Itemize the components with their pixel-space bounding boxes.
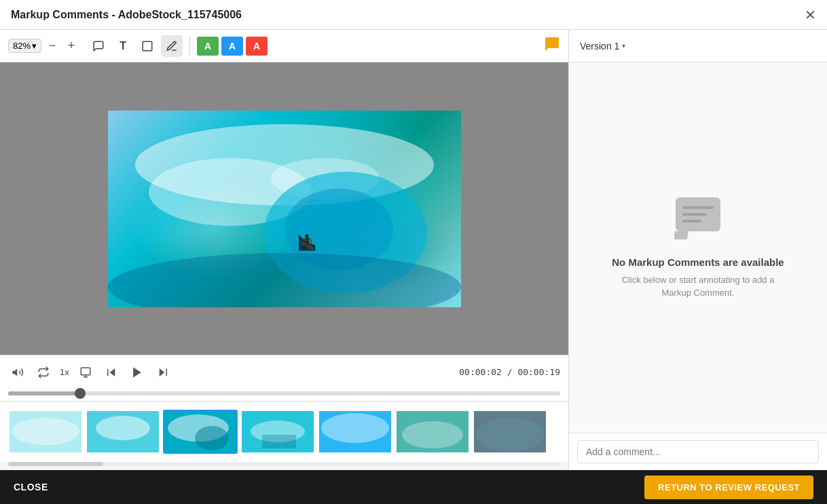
toolbar-divider — [189, 37, 190, 56]
frame-thumb-svg-2 — [87, 411, 159, 452]
comment-input[interactable] — [577, 440, 819, 463]
frame-thumb-svg-3 — [164, 411, 236, 452]
annotation-red-button[interactable]: A — [246, 37, 268, 56]
text-tool-button[interactable]: T — [112, 35, 134, 57]
time-display: 00:00:02 / 00:00:19 — [459, 367, 560, 377]
frame-thumbnail-2 — [87, 411, 159, 452]
zoom-dropdown-icon: ▾ — [32, 41, 37, 51]
right-panel: Version 1 ▾ No Markup Comments — [569, 30, 827, 470]
annotation-green-button[interactable]: A — [197, 37, 219, 56]
svg-rect-23 — [262, 435, 296, 448]
current-time: 00:00:02 — [459, 367, 502, 377]
scrubber-container — [0, 389, 568, 401]
filmstrip-scrollbar-thumb[interactable] — [8, 462, 103, 466]
no-comments-title: No Markup Comments are available — [612, 256, 784, 268]
frame-thumb-svg-4 — [242, 411, 314, 452]
frame-thumb-svg-6 — [397, 411, 468, 452]
scrubber-track[interactable] — [8, 391, 560, 395]
filmstrip-frame-3[interactable] — [163, 410, 238, 454]
svg-rect-31 — [674, 231, 688, 239]
loop-button[interactable] — [34, 363, 53, 382]
svg-rect-33 — [682, 213, 707, 216]
total-time: 00:00:19 — [517, 367, 560, 377]
zoom-in-button[interactable]: + — [63, 38, 79, 54]
main-content: 82% ▾ − + T — [0, 30, 827, 470]
volume-button[interactable] — [8, 363, 27, 382]
filmstrip-scrollbar[interactable] — [8, 462, 560, 466]
version-selector[interactable]: Version 1 ▾ — [580, 41, 625, 52]
annotation-blue-button[interactable]: A — [221, 37, 243, 56]
fullscreen-button[interactable] — [76, 363, 95, 382]
svg-point-29 — [476, 418, 544, 452]
zoom-level: 82% — [13, 41, 31, 51]
svg-point-20 — [195, 426, 229, 450]
close-x-button[interactable]: ✕ — [805, 8, 816, 22]
return-button[interactable]: RETURN TO REVIEW REQUEST — [644, 476, 813, 499]
draw-tool-button[interactable] — [161, 35, 183, 57]
surfer-silhouette: 🏄 — [298, 234, 316, 252]
filmstrip-frame-1[interactable] — [8, 410, 83, 454]
modal-container: Markup Comments - AdobeStock_115745006 ✕… — [0, 0, 827, 504]
play-button[interactable] — [128, 363, 147, 382]
playback-speed: 1x — [60, 367, 69, 377]
scrubber-fill — [8, 391, 80, 395]
filmstrip — [0, 401, 568, 462]
rect-tool-button[interactable] — [136, 35, 158, 57]
version-caret-icon: ▾ — [622, 42, 625, 50]
svg-rect-34 — [682, 220, 701, 222]
filmstrip-frame-7[interactable] — [473, 410, 547, 454]
frame-thumbnail-7 — [474, 411, 546, 452]
bottom-bar: CLOSE RETURN TO REVIEW REQUEST — [0, 470, 827, 504]
svg-marker-12 — [159, 368, 164, 376]
svg-marker-11 — [133, 367, 141, 377]
frame-thumbnail-3 — [164, 411, 236, 452]
frame-thumb-svg-7 — [474, 411, 546, 452]
filmstrip-frame-6[interactable] — [395, 410, 470, 454]
video-frame: 🏄 — [108, 111, 461, 307]
controls-bar: 1x — [0, 355, 568, 389]
svg-marker-7 — [13, 368, 18, 376]
comment-input-bar — [569, 433, 827, 470]
scrubber-thumb[interactable] — [75, 388, 86, 399]
comment-tool-button[interactable] — [88, 35, 109, 57]
filmstrip-frame-4[interactable] — [240, 410, 315, 454]
frame-thumb-svg — [10, 411, 81, 452]
svg-rect-8 — [81, 368, 90, 375]
title-bar: Markup Comments - AdobeStock_115745006 ✕ — [0, 0, 827, 30]
svg-rect-0 — [143, 41, 152, 51]
no-comments-icon — [674, 196, 722, 240]
skip-forward-button[interactable] — [153, 363, 172, 382]
svg-point-25 — [321, 413, 389, 443]
frame-thumbnail-6 — [397, 411, 468, 452]
right-panel-header: Version 1 ▾ — [569, 30, 827, 62]
no-comments-icon-container — [674, 196, 722, 243]
zoom-out-button[interactable]: − — [44, 38, 60, 54]
left-panel: 82% ▾ − + T — [0, 30, 569, 470]
svg-point-27 — [402, 421, 463, 448]
zoom-dropdown[interactable]: 82% ▾ — [8, 39, 41, 53]
svg-point-17 — [96, 416, 150, 440]
svg-rect-32 — [682, 206, 714, 209]
close-button[interactable]: CLOSE — [14, 482, 48, 492]
svg-point-15 — [12, 418, 79, 445]
wave-svg — [108, 111, 461, 307]
frame-thumbnail-5 — [319, 411, 391, 452]
video-display-area: 🏄 — [0, 62, 568, 355]
zoom-control: 82% ▾ − + — [8, 38, 79, 54]
frame-thumb-svg-5 — [319, 411, 391, 452]
no-comments-subtitle: Click below or start annotating to add a… — [617, 273, 779, 300]
svg-marker-9 — [109, 368, 115, 376]
skip-back-button[interactable] — [102, 363, 121, 382]
dialog-title: Markup Comments - AdobeStock_115745006 — [11, 9, 242, 21]
toolbar-top: 82% ▾ − + T — [0, 30, 568, 62]
chat-bubble-icon — [544, 36, 560, 56]
filmstrip-frame-2[interactable] — [86, 410, 160, 454]
frame-thumbnail-4 — [242, 411, 314, 452]
frame-thumbnail-1 — [10, 411, 81, 452]
filmstrip-frame-5[interactable] — [318, 410, 392, 454]
comments-area: No Markup Comments are available Click b… — [569, 62, 827, 433]
version-label: Version 1 — [580, 41, 619, 52]
